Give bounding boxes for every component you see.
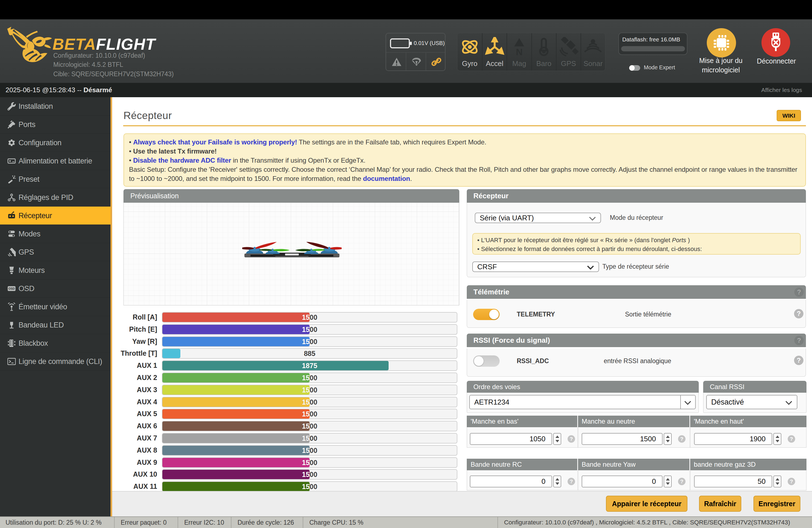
svg-text:OSD: OSD xyxy=(9,287,15,290)
svg-text:N: N xyxy=(516,47,523,57)
